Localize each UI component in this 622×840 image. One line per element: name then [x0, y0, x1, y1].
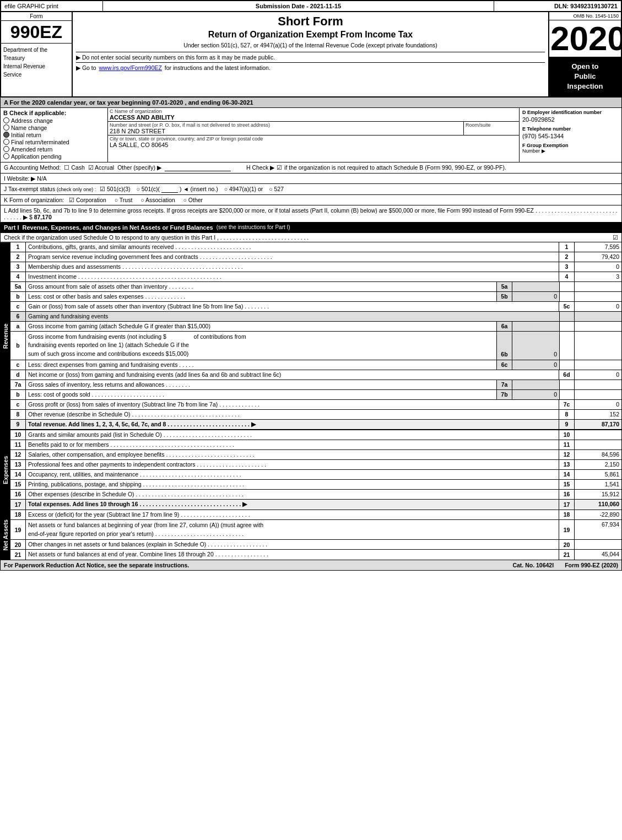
- year-col: OMB No. 1545-1150 2020 Open to Public In…: [549, 12, 621, 96]
- row-sublabel: 7b: [497, 390, 512, 399]
- cc-option: ○ 501(c)(: [137, 186, 160, 192]
- table-row: 7a Gross sales of inventory, less return…: [10, 380, 621, 390]
- row-num: 4: [10, 272, 26, 281]
- row-sublabel: 6a: [497, 322, 512, 331]
- row-num: b: [10, 292, 26, 301]
- row-num: b: [10, 390, 26, 399]
- row-desc: Contributions, gifts, grants, and simila…: [26, 242, 559, 252]
- row-subamt: [512, 282, 559, 291]
- other-label: Other (specify) ▶: [117, 164, 161, 171]
- row-desc: Gross income from fundraising events (no…: [26, 332, 497, 360]
- cb-final-circle[interactable]: [3, 139, 9, 145]
- row-desc: Gross sales of inventory, less returns a…: [26, 380, 497, 389]
- l-row: L Add lines 5b, 6c, and 7b to line 9 to …: [0, 205, 622, 223]
- row-amount: [575, 360, 621, 370]
- row-desc: Net income or (loss) from gaming and fun…: [26, 370, 559, 380]
- cb-pending-circle[interactable]: [3, 153, 9, 159]
- dept-info: Department of the Treasury Internal Reve…: [1, 44, 72, 81]
- row-amount: 79,420: [575, 252, 621, 262]
- row-sublabel: 7a: [497, 380, 512, 389]
- room-label: Room/suite: [466, 122, 517, 128]
- row-lineref: 18: [559, 510, 575, 519]
- part-i-checkbox: ☑: [613, 234, 618, 241]
- h-label: H Check ▶: [246, 164, 274, 171]
- efile-label: efile GRAPHIC print: [4, 3, 58, 9]
- city-section: City or town, state or province, country…: [108, 136, 519, 149]
- row-lineref: 7c: [559, 400, 575, 409]
- cb-initial-circle[interactable]: [3, 132, 9, 138]
- row-amount: [575, 312, 621, 321]
- row-num: 16: [10, 490, 26, 499]
- cb-address-circle[interactable]: [3, 117, 9, 123]
- k-corp: ☑ Corporation: [69, 197, 106, 203]
- table-row: b Gross income from fundraising events (…: [10, 332, 621, 360]
- form-number: 990EZ: [1, 21, 72, 44]
- row-lineref: 15: [559, 480, 575, 489]
- row-desc: Benefits paid to or for members . . . . …: [26, 440, 559, 449]
- table-row: 6 Gaming and fundraising events: [10, 312, 621, 322]
- row-amount: [575, 390, 621, 399]
- row-lineref: [559, 282, 575, 291]
- row-lineref: 20: [559, 540, 575, 549]
- row-lineref: [559, 292, 575, 301]
- table-row: 19 Net assets or fund balances at beginn…: [10, 520, 621, 540]
- b-title: B Check if applicable:: [3, 110, 105, 116]
- revenue-side-label: Revenue: [1, 242, 10, 430]
- f-label-row: F Group Exemption: [522, 143, 619, 148]
- row-desc: Grants and similar amounts paid (list in…: [26, 430, 559, 440]
- row-lineref: 21: [559, 550, 575, 560]
- table-row: 1 Contributions, gifts, grants, and simi…: [10, 242, 621, 252]
- amended-return-label: Amended return: [11, 146, 52, 153]
- row-num: b: [10, 332, 26, 360]
- cb-amended-circle[interactable]: [3, 146, 9, 152]
- row-desc: Membership dues and assessments . . . . …: [26, 262, 559, 272]
- k-row: K Form of organization: ☑ Corporation ○ …: [0, 195, 622, 205]
- table-row: 14 Occupancy, rent, utilities, and maint…: [10, 470, 621, 480]
- row-num: c: [10, 400, 26, 409]
- row-sublabel: 5b: [497, 292, 512, 301]
- row-amount: 110,060: [575, 500, 621, 510]
- cb-name-circle[interactable]: [3, 124, 9, 131]
- row-desc: Gross income from gaming (attach Schedul…: [26, 322, 497, 331]
- k-trust: ○ Trust: [115, 197, 133, 203]
- table-row: b Less: cost or other basis and sales ex…: [10, 292, 621, 302]
- row-amount: 87,170: [575, 420, 621, 429]
- part-i-check-row: Check if the organization used Schedule …: [0, 233, 622, 242]
- h-text: if the organization is not required to a…: [284, 164, 506, 171]
- c-label: C Name of organization: [110, 109, 517, 114]
- net-assets-section: Net Assets 18 Excess or (deficit) for th…: [0, 510, 622, 561]
- title-col: Short Form Return of Organization Exempt…: [73, 12, 549, 96]
- revenue-rows: 1 Contributions, gifts, grants, and simi…: [10, 242, 621, 430]
- row-amount: [575, 282, 621, 291]
- irs-link[interactable]: www.irs.gov/Form990EZ: [99, 64, 162, 71]
- phone-value: (970) 545-1344: [522, 133, 619, 139]
- cb-amended-return: Amended return: [3, 146, 105, 153]
- row-amount: 15,912: [575, 490, 621, 499]
- street-value: 218 N 2ND STREET: [110, 128, 462, 134]
- row-sublabel: 6b: [497, 332, 512, 360]
- row-desc: Less: cost of goods sold . . . . . . . .…: [26, 390, 497, 399]
- row-desc: Salaries, other compensation, and employ…: [26, 450, 559, 459]
- website-row: I Website: ▶ N/A: [0, 174, 622, 184]
- row-sublabel: 5a: [497, 282, 512, 291]
- table-row: d Net income or (loss) from gaming and f…: [10, 370, 621, 380]
- revenue-section: Revenue 1 Contributions, gifts, grants, …: [0, 242, 622, 430]
- row-amount: [575, 430, 621, 440]
- row-num: 1: [10, 242, 26, 252]
- row-subamt: 0: [512, 360, 559, 370]
- final-return-label: Final return/terminated: [11, 139, 69, 145]
- c527-option: ○ 527: [269, 186, 284, 192]
- row-lineref: 3: [559, 262, 575, 272]
- table-row: 20 Other changes in net assets or fund b…: [10, 540, 621, 550]
- row-num: 5a: [10, 282, 26, 291]
- cb-final-return: Final return/terminated: [3, 139, 105, 145]
- row-num: 2: [10, 252, 26, 262]
- f-label: F Group Exemption: [522, 143, 569, 148]
- part-i-title: Revenue, Expenses, and Changes in Net As…: [23, 224, 213, 231]
- row-num: c: [10, 360, 26, 370]
- street-label: Number and street (or P. O. box, if mail…: [110, 122, 462, 128]
- row-subamt: 0: [512, 292, 559, 301]
- part-i-check-text: Check if the organization used Schedule …: [4, 234, 309, 241]
- g-label: G Accounting Method:: [4, 164, 61, 171]
- row-num: 18: [10, 510, 26, 519]
